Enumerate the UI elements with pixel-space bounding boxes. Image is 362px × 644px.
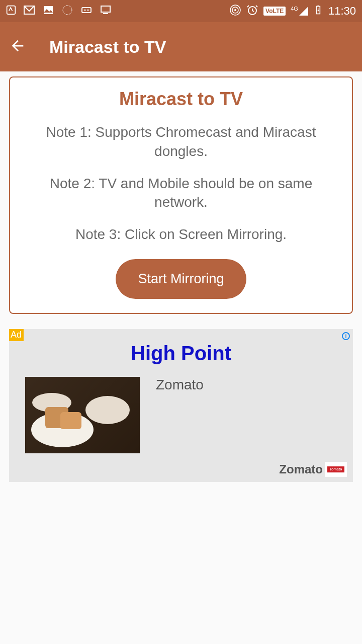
card-icon xyxy=(80,4,93,19)
svg-rect-8 xyxy=(103,13,108,14)
ad-brand: Zomato xyxy=(279,462,323,476)
mail-icon xyxy=(23,4,35,19)
svg-point-3 xyxy=(63,6,72,15)
note-3: Note 3: Click on Screen Mirroring. xyxy=(30,225,332,244)
toolbar-title: Miracast to TV xyxy=(49,37,166,57)
ad-banner[interactable]: Ad i High Point Zomato Zomato zomato xyxy=(9,329,353,482)
ad-text: Zomato xyxy=(156,377,204,453)
svg-rect-0 xyxy=(7,6,16,14)
status-left-icons xyxy=(6,4,112,19)
svg-point-5 xyxy=(84,9,86,11)
signal-triangle-icon xyxy=(299,7,308,16)
volte-badge: VoLTE xyxy=(263,7,286,16)
ad-body: Zomato xyxy=(9,365,353,453)
monitor-icon xyxy=(100,4,112,19)
svg-rect-2 xyxy=(44,6,53,14)
circle-icon xyxy=(61,4,73,19)
ad-logo: zomato xyxy=(325,462,347,477)
svg-point-6 xyxy=(87,9,89,11)
ad-footer: Zomato zomato xyxy=(279,462,347,477)
ad-headline: High Point xyxy=(9,329,353,365)
network-label: 4G xyxy=(291,6,298,12)
status-right-icons: VoLTE 4G 11:30 xyxy=(229,4,356,19)
info-card: Miracast to TV Note 1: Supports Chromeca… xyxy=(9,76,353,314)
ad-badge: Ad xyxy=(9,329,24,341)
svg-rect-4 xyxy=(82,8,91,13)
battery-icon xyxy=(313,5,323,18)
hotspot-icon xyxy=(229,4,241,19)
app-icon xyxy=(6,5,16,18)
svg-point-9 xyxy=(234,9,236,11)
note-1: Note 1: Supports Chromecast and Miracast… xyxy=(30,123,332,161)
main-content: Miracast to TV Note 1: Supports Chromeca… xyxy=(0,71,362,487)
ad-logo-text: zomato xyxy=(327,466,344,472)
note-2: Note 2: TV and Mobile should be on same … xyxy=(30,174,332,212)
status-time: 11:30 xyxy=(328,5,356,18)
start-mirroring-button[interactable]: Start Mirroring xyxy=(116,259,246,299)
svg-rect-7 xyxy=(101,6,110,12)
signal-indicator: 4G xyxy=(291,7,308,16)
ad-image xyxy=(25,377,140,453)
image-icon xyxy=(42,4,54,19)
svg-rect-14 xyxy=(317,5,319,6)
alarm-icon xyxy=(246,4,258,19)
back-arrow-icon[interactable] xyxy=(9,37,26,56)
app-toolbar: Miracast to TV xyxy=(0,22,362,71)
ad-info-icon[interactable]: i xyxy=(342,332,350,340)
status-bar: VoLTE 4G 11:30 xyxy=(0,0,362,22)
card-title: Miracast to TV xyxy=(30,89,332,110)
